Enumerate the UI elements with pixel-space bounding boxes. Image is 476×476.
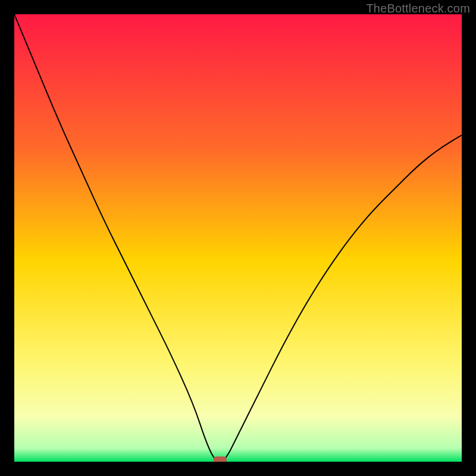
bottleneck-chart bbox=[14, 14, 462, 462]
gradient-background bbox=[14, 14, 462, 462]
min-point-marker bbox=[214, 456, 227, 462]
plot-area bbox=[14, 14, 462, 462]
chart-frame: TheBottleneck.com bbox=[0, 0, 476, 476]
watermark-text: TheBottleneck.com bbox=[366, 2, 470, 15]
